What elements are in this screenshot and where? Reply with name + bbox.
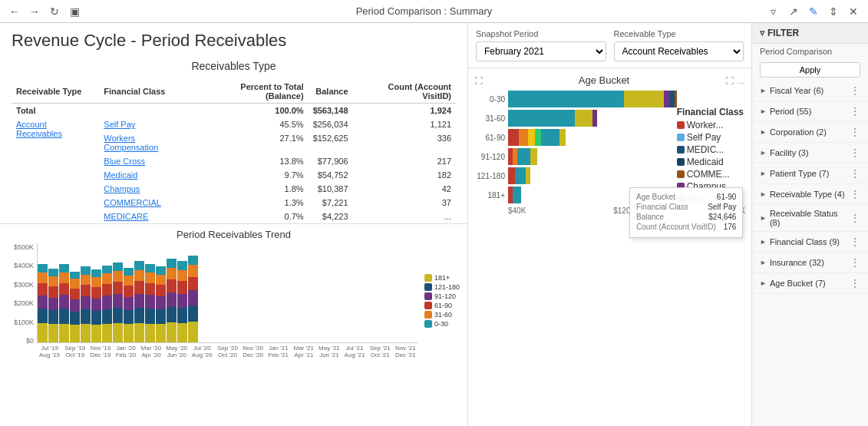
sidebar-dots-icon[interactable]: ⋮ [850, 236, 860, 248]
trend-bar-segment [91, 287, 101, 299]
trend-title: Period Receivables Trend [8, 229, 460, 240]
trend-bar-segment [91, 269, 101, 277]
ab-tooltip-row: Financial ClassSelf Pay [636, 203, 736, 211]
trend-bar-group[interactable] [145, 264, 155, 342]
expand-icon[interactable]: ⇕ [827, 5, 840, 18]
ab-more-icon[interactable]: … [737, 76, 745, 85]
trend-bar-group[interactable] [177, 261, 187, 342]
trend-bar-group[interactable] [134, 261, 144, 342]
close-icon[interactable]: ✕ [847, 5, 860, 18]
trend-bar-segment [156, 296, 166, 309]
age-bucket-panel: ⛶ Age Bucket ⛶ … 0-3031-6061-9091-120121… [468, 68, 751, 426]
ab-bar-segment [517, 148, 530, 165]
trend-bar-group[interactable] [59, 264, 69, 342]
champus-link[interactable]: Champus [104, 184, 140, 193]
refresh-icon[interactable]: ↻ [48, 5, 61, 18]
ab-bar-segment [624, 91, 664, 107]
ab-row-label: 61-90 [474, 134, 505, 142]
self-pay-link[interactable]: Self Pay [104, 120, 135, 129]
medicaid-link[interactable]: Medicaid [104, 170, 137, 180]
sidebar-dots-icon[interactable]: ⋮ [850, 277, 860, 289]
filter-icon[interactable]: ▿ [767, 5, 781, 18]
topbar-right: ▿ ↗ ✎ ⇕ ✕ [767, 5, 860, 18]
apply-button[interactable]: Apply [760, 62, 860, 78]
sidebar-dots-icon[interactable]: ⋮ [850, 147, 860, 159]
sidebar-filter-item[interactable]: ► Facility (3) ⋮ [752, 143, 868, 163]
sidebar-dots-icon[interactable]: ⋮ [850, 105, 860, 117]
export-icon[interactable]: ↗ [787, 5, 800, 18]
commercial-link[interactable]: COMMERCIAL [104, 198, 161, 207]
trend-section: Period Receivables Trend $500K $400K $30… [0, 223, 467, 426]
trend-bar-group[interactable] [188, 256, 198, 342]
trend-bar-segment [48, 286, 58, 298]
sidebar-dots-icon[interactable]: ⋮ [850, 188, 860, 200]
forward-icon[interactable]: → [28, 5, 41, 18]
sidebar-dots-icon[interactable]: ⋮ [850, 126, 860, 138]
trend-bar-group[interactable] [156, 266, 166, 342]
sidebar-filter-item[interactable]: ► Age Bucket (7) ⋮ [752, 273, 868, 294]
sidebar-section-label: Period Comparison [752, 44, 868, 59]
workers-comp-link[interactable]: Workers Compensation [104, 134, 158, 152]
sidebar-dots-icon[interactable]: ⋮ [850, 167, 860, 180]
sidebar-dots-icon[interactable]: ⋮ [850, 256, 860, 269]
sidebar-filter-item[interactable]: ► Patient Type (7) ⋮ [752, 163, 868, 184]
sidebar-filter-item[interactable]: ► Corporation (2) ⋮ [752, 122, 868, 143]
back-icon[interactable]: ← [8, 5, 21, 18]
grid-icon[interactable]: ▣ [68, 5, 81, 18]
trend-bar-group[interactable] [124, 268, 134, 342]
trend-bar-segment [134, 323, 144, 342]
trend-bar-segment [156, 309, 166, 324]
trend-bar-group[interactable] [102, 266, 112, 342]
trend-bar-group[interactable] [167, 259, 177, 342]
total-balance: $563,148 [309, 104, 353, 118]
trend-legend-dot [424, 302, 432, 309]
ab-expand-icon[interactable]: ⛶ [474, 76, 483, 85]
trend-bar-group[interactable] [91, 269, 101, 342]
receivable-type-select[interactable]: Account Receivables [614, 41, 744, 61]
trend-bar-segment [102, 266, 112, 273]
trend-bar-segment [188, 290, 198, 305]
sidebar-dots-icon[interactable]: ⋮ [850, 212, 860, 224]
col-financial-class: Financial Class [99, 80, 196, 104]
sidebar-filter-item[interactable]: ► Receivable Status (8) ⋮ [752, 205, 868, 232]
sidebar-filter-item[interactable]: ► Receivable Type (4) ⋮ [752, 184, 868, 205]
sidebar-filter-item[interactable]: ► Financial Class (9) ⋮ [752, 232, 868, 253]
trend-bar-segment [124, 286, 134, 297]
trend-bar-segment [124, 268, 134, 276]
trend-bar-segment [81, 309, 91, 324]
ab-expand-icon2[interactable]: ⛶ [725, 76, 734, 85]
sidebar-filter-item[interactable]: ► Insurance (32) ⋮ [752, 253, 868, 273]
trend-bar-group[interactable] [48, 269, 58, 342]
edit-icon[interactable]: ✎ [807, 5, 820, 18]
trend-bar-segment [113, 294, 123, 308]
filter-label: FILTER [767, 28, 799, 38]
y-label-500k: $500K [8, 243, 34, 251]
trend-y-axis: $500K $400K $300K $200K $100K $0 [8, 243, 37, 358]
trend-bar-segment [70, 289, 80, 299]
trend-bar-segment [91, 311, 101, 325]
sidebar-arrow-icon: ► [760, 238, 767, 246]
sidebar-filter-item[interactable]: ► Fiscal Year (6) ⋮ [752, 81, 868, 101]
trend-bar-group[interactable] [38, 264, 48, 342]
trend-bar-segment [113, 323, 123, 342]
trend-bar-segment [167, 307, 177, 323]
trend-x-label: Sep '20Oct '20 [215, 345, 240, 358]
trend-bar-group[interactable] [81, 266, 91, 342]
medicare-link[interactable]: MEDICARE [104, 212, 148, 221]
trend-bar-group[interactable] [113, 263, 123, 342]
ab-legend-item: Medicaid [677, 157, 744, 167]
trend-bar-segment [188, 322, 198, 342]
account-receivables-link[interactable]: Account Receivables [16, 120, 62, 138]
snapshot-row: Snapshot Period February 2021 Receivable… [468, 23, 751, 68]
sidebar-arrow-icon: ► [760, 128, 767, 136]
ab-bar-segment [519, 129, 528, 146]
sidebar-arrow-icon: ► [760, 279, 767, 287]
blue-cross-link[interactable]: Blue Cross [104, 157, 145, 166]
ab-legend-dot [677, 146, 685, 154]
ab-bar-segment [664, 91, 671, 107]
sidebar-dots-icon[interactable]: ⋮ [850, 84, 860, 97]
snapshot-period-select[interactable]: February 2021 [476, 41, 606, 61]
sidebar-arrow-icon: ► [760, 170, 767, 177]
sidebar-filter-item[interactable]: ► Period (55) ⋮ [752, 101, 868, 122]
trend-bar-group[interactable] [70, 272, 80, 342]
